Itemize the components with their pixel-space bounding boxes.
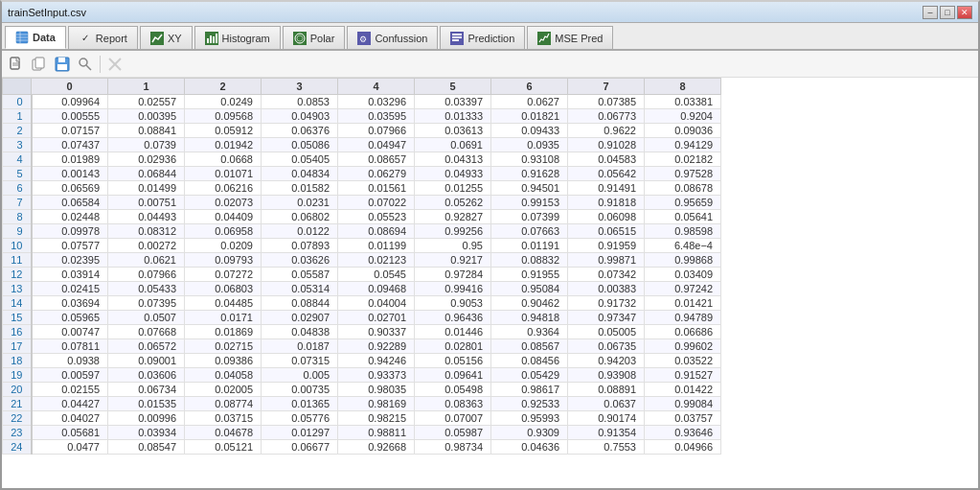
table-container[interactable]: 0 1 2 3 4 5 6 7 8 00.099640.025570.02490… xyxy=(2,78,978,488)
cell: 0.0477 xyxy=(32,440,108,455)
cell: 0.97284 xyxy=(415,268,491,282)
cell: 0.06958 xyxy=(185,224,262,239)
tab-polar[interactable]: Polar xyxy=(283,26,346,49)
row-index: 11 xyxy=(3,253,32,268)
close-button[interactable]: ✕ xyxy=(957,6,972,19)
cell: 0.04903 xyxy=(262,109,338,124)
cell: 0.95993 xyxy=(491,411,568,426)
table-row: 20.071570.088410.059120.063760.079660.03… xyxy=(3,124,721,138)
cell: 0.02415 xyxy=(32,282,108,296)
cell: 0.90174 xyxy=(568,411,645,426)
cell: 0.01989 xyxy=(32,152,108,167)
prediction-tab-icon xyxy=(450,32,464,45)
cell: 0.00597 xyxy=(32,368,108,383)
data-table: 0 1 2 3 4 5 6 7 8 00.099640.025570.02490… xyxy=(2,78,721,455)
cell: 0.05587 xyxy=(262,268,338,282)
tab-confusion[interactable]: ⚙ Confussion xyxy=(347,26,438,49)
cell: 0.04947 xyxy=(338,138,415,152)
cell: 0.0209 xyxy=(185,239,262,253)
cell: 0.05262 xyxy=(415,196,491,210)
cell: 0.96436 xyxy=(415,311,491,325)
cell: 0.09386 xyxy=(185,354,262,368)
table-row: 150.059650.05070.01710.029070.027010.964… xyxy=(3,311,721,325)
cell: 0.0627 xyxy=(491,95,568,109)
cell: 0.07385 xyxy=(568,95,645,109)
tab-histogram[interactable]: Histogram xyxy=(194,26,281,49)
header-col-3: 3 xyxy=(262,79,338,95)
tab-prediction[interactable]: Prediction xyxy=(440,26,525,49)
cell: 0.98215 xyxy=(338,411,415,426)
table-header: 0 1 2 3 4 5 6 7 8 xyxy=(3,79,721,95)
toolbar-delete-button[interactable] xyxy=(104,54,125,75)
cell: 0.99871 xyxy=(568,253,645,268)
histogram-tab-icon xyxy=(205,32,218,45)
cell: 0.0122 xyxy=(262,224,338,239)
svg-text:⚙: ⚙ xyxy=(359,35,367,44)
svg-rect-18 xyxy=(452,36,462,38)
cell: 0.91028 xyxy=(568,138,645,152)
title-bar: trainSetInput.csv – □ ✕ xyxy=(2,2,978,23)
toolbar-search-button[interactable] xyxy=(75,54,96,75)
cell: 0.05523 xyxy=(338,210,415,224)
row-index: 22 xyxy=(3,411,32,426)
toolbar-save-button[interactable] xyxy=(52,54,73,75)
maximize-button[interactable]: □ xyxy=(940,6,955,19)
tab-report-label: Report xyxy=(96,33,127,44)
toolbar-copy-button[interactable] xyxy=(29,54,50,75)
cell: 0.07966 xyxy=(108,268,185,282)
cell: 0.98617 xyxy=(491,383,568,397)
cell: 0.06584 xyxy=(32,196,108,210)
svg-rect-17 xyxy=(452,34,462,35)
toolbar-new-button[interactable] xyxy=(6,54,27,75)
cell: 0.01071 xyxy=(185,167,262,181)
cell: 0.02715 xyxy=(185,339,262,354)
cell: 0.08547 xyxy=(108,440,185,455)
cell: 0.91955 xyxy=(491,268,568,282)
cell: 0.00143 xyxy=(32,167,108,181)
cell: 0.07007 xyxy=(415,411,491,426)
cell: 0.0637 xyxy=(568,397,645,411)
cell: 0.02005 xyxy=(185,383,262,397)
cell: 0.07577 xyxy=(32,239,108,253)
tab-xy[interactable]: XY xyxy=(140,26,193,49)
cell: 0.00395 xyxy=(108,109,185,124)
cell: 0.06803 xyxy=(185,282,262,296)
cell: 0.91732 xyxy=(568,296,645,311)
cell: 0.01422 xyxy=(645,383,721,397)
cell: 0.9217 xyxy=(415,253,491,268)
cell: 0.99602 xyxy=(645,339,721,354)
table-row: 50.001430.068440.010710.048340.062790.04… xyxy=(3,167,721,181)
cell: 0.00735 xyxy=(262,383,338,397)
window-title: trainSetInput.csv xyxy=(8,7,86,18)
cell: 0.0668 xyxy=(185,152,262,167)
cell: 0.08363 xyxy=(415,397,491,411)
header-col-1: 1 xyxy=(108,79,185,95)
cell: 0.07893 xyxy=(262,239,338,253)
tab-mse-pred[interactable]: MSE Pred xyxy=(527,26,613,49)
header-index xyxy=(3,79,32,95)
minimize-button[interactable]: – xyxy=(923,6,938,19)
cell: 0.91628 xyxy=(491,167,568,181)
cell: 0.03606 xyxy=(108,368,185,383)
cell: 0.91354 xyxy=(568,426,645,440)
cell: 0.0853 xyxy=(262,95,338,109)
cell: 0.07399 xyxy=(491,210,568,224)
cell: 0.01191 xyxy=(491,239,568,253)
tab-report[interactable]: ✓ Report xyxy=(68,26,138,49)
row-index: 20 xyxy=(3,383,32,397)
cell: 0.95084 xyxy=(491,282,568,296)
cell: 0.01199 xyxy=(338,239,415,253)
cell: 0.04933 xyxy=(415,167,491,181)
cell: 0.04838 xyxy=(262,325,338,339)
row-index: 15 xyxy=(3,311,32,325)
tab-data[interactable]: Data xyxy=(5,26,66,49)
cell: 0.07966 xyxy=(338,124,415,138)
cell: 0.005 xyxy=(262,368,338,383)
svg-rect-9 xyxy=(213,36,215,43)
cell: 0.04058 xyxy=(185,368,262,383)
data-tab-icon xyxy=(15,31,29,44)
cell: 0.08567 xyxy=(491,339,568,354)
cell: 0.07022 xyxy=(338,196,415,210)
cell: 0.06515 xyxy=(568,224,645,239)
cell: 0.05776 xyxy=(262,411,338,426)
